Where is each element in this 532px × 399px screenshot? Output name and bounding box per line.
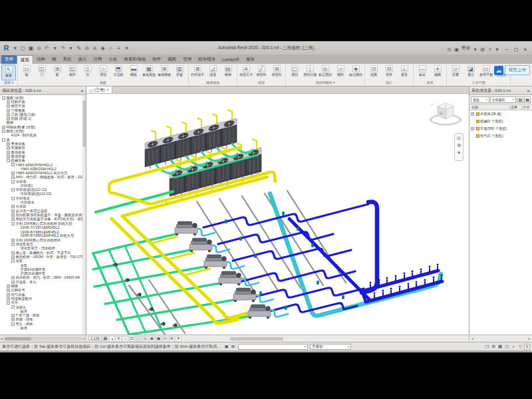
window-button[interactable]: ⊞窗: [50, 65, 65, 80]
view-tab-close-icon[interactable]: ✕: [106, 88, 110, 92]
ref-plane-button[interactable]: ▭参照平面: [479, 65, 493, 80]
navigation-bar[interactable]: ◎⊕▾: [454, 133, 464, 161]
set-workplane-button[interactable]: ▱设置: [448, 65, 463, 80]
show-workplane-button[interactable]: ◪显示: [464, 65, 478, 80]
ribbon-tab-3[interactable]: 钢: [49, 55, 60, 64]
tree-expander[interactable]: −: [11, 323, 15, 326]
filter-icon[interactable]: ▽: [517, 344, 523, 350]
revit-logo[interactable]: R: [2, 44, 11, 53]
maximize-button[interactable]: ▢: [511, 45, 521, 54]
model-3d-view[interactable]: [86, 94, 469, 334]
shadows-icon[interactable]: ◔: [122, 336, 128, 342]
reveal-hidden-icon[interactable]: ◉: [149, 336, 155, 342]
tree-expander[interactable]: −: [2, 138, 5, 142]
system-row-1[interactable]: +机械(0 个系统): [469, 118, 532, 125]
modify-icon[interactable]: ✎: [75, 44, 82, 53]
open-icon[interactable]: ◻: [19, 44, 27, 53]
ribbon-tab-6[interactable]: 注释: [90, 55, 106, 64]
crop-region-icon[interactable]: ◻: [136, 336, 142, 342]
tree-expander[interactable]: +: [11, 255, 15, 259]
ceiling-button[interactable]: ⬒天花板: [111, 65, 126, 80]
analytical-model-icon[interactable]: ⊘: [162, 336, 168, 342]
redo-icon[interactable]: ↷: [59, 44, 66, 53]
tree-expander[interactable]: −: [11, 197, 15, 200]
design-option-select[interactable]: 主模型▾: [310, 344, 351, 350]
editable-only-icon[interactable]: ◳: [484, 344, 490, 350]
system-filter-select[interactable]: 系统▾: [471, 96, 489, 103]
drawing-area[interactable]: ◱ {三维} ✕: [86, 86, 469, 334]
sync-icon[interactable]: ⊙: [35, 44, 43, 53]
vertical-opening-button[interactable]: ⊥垂直: [397, 65, 412, 80]
zoom-tool-icon[interactable]: ⊕: [457, 142, 462, 148]
tree-expander[interactable]: −: [2, 130, 5, 133]
shaft-button[interactable]: ⊟竖井: [382, 65, 396, 80]
tree-expander[interactable]: +: [7, 151, 10, 154]
ribbon-tab-13[interactable]: Lumion®: [219, 55, 243, 64]
curtain-system-button[interactable]: ▦幕墙系统: [142, 65, 156, 80]
tree-expander[interactable]: +: [7, 142, 10, 146]
thin-lines-icon[interactable]: ≡: [115, 44, 122, 53]
system-row-expander[interactable]: +: [471, 127, 474, 130]
model-text-button[interactable]: A模型文字: [239, 65, 253, 80]
opening-by-face-button[interactable]: ⊡按面: [366, 65, 381, 80]
component-button[interactable]: ◱构件: [65, 65, 80, 80]
level-button[interactable]: —标高: [415, 65, 430, 80]
ribbon-tab-1[interactable]: 建筑: [17, 55, 33, 64]
browser-hscrollbar[interactable]: ◂ ▸: [0, 335, 86, 342]
worksets-icon[interactable]: ▣: [223, 344, 229, 350]
system-row-expander[interactable]: +: [471, 112, 474, 116]
view-scale[interactable]: 1:100: [88, 336, 102, 341]
tree-expander[interactable]: +: [11, 209, 15, 213]
system-row-3[interactable]: +电气(0 个系统): [469, 132, 532, 140]
text-icon[interactable]: A: [91, 44, 98, 53]
canvas-hscrollbar[interactable]: [184, 335, 469, 342]
tree-expander[interactable]: +: [2, 126, 5, 129]
tree-expander[interactable]: −: [11, 305, 15, 309]
chilled-water-green-pipes[interactable]: [93, 234, 249, 334]
grid-button[interactable]: #轴网: [430, 65, 445, 80]
stair-button[interactable]: ▤楼梯: [221, 65, 235, 80]
user-icon[interactable]: ◉: [453, 45, 460, 54]
room-button[interactable]: ▢房间: [287, 65, 302, 80]
tree-scrollbar[interactable]: [82, 95, 86, 334]
tree-expander[interactable]: +: [7, 297, 10, 301]
tree-expander[interactable]: −: [7, 301, 10, 305]
minimize-button[interactable]: ─: [502, 45, 511, 54]
app-store-icon[interactable]: ⊞: [479, 45, 486, 54]
tree-expander[interactable]: +: [11, 205, 15, 208]
undo-icon[interactable]: ↶: [43, 44, 51, 53]
help-icon[interactable]: ?: [486, 45, 493, 54]
tree-expander[interactable]: +: [11, 213, 15, 217]
tree-expander[interactable]: +: [11, 251, 15, 255]
railing-button[interactable]: ≣栏杆扶手: [190, 65, 205, 80]
wall-button[interactable]: ▭墙: [19, 65, 34, 80]
tree-expander[interactable]: +: [11, 217, 15, 221]
ribbon-tab-7[interactable]: 分析: [106, 55, 121, 64]
ribbon-tab-10[interactable]: 视图: [164, 55, 180, 64]
close-icon[interactable]: ✕: [527, 88, 530, 93]
app-menu-arrow[interactable]: ▾: [11, 44, 19, 53]
select-links-icon[interactable]: ⊞: [491, 344, 497, 350]
more-tools-arrow[interactable]: ▾: [176, 336, 182, 342]
select-underlay-icon[interactable]: ▦: [497, 344, 503, 350]
constraints-icon[interactable]: ⊕: [169, 336, 175, 342]
close-button[interactable]: ✕: [521, 45, 530, 54]
tree-expander[interactable]: +: [7, 155, 10, 158]
ribbon-tab-0[interactable]: 文件: [1, 55, 17, 64]
default-3d-view-icon[interactable]: ⌂: [107, 44, 114, 53]
panel-hscrollbar[interactable]: ◂▸: [469, 335, 532, 342]
tree-expander[interactable]: +: [11, 281, 15, 284]
close-icon[interactable]: ✕: [80, 88, 84, 93]
ribbon-tab-9[interactable]: 协作: [149, 55, 164, 64]
tree-expander[interactable]: +: [11, 314, 15, 317]
crop-view-icon[interactable]: ⊡: [129, 336, 135, 342]
tree-item-19[interactable]: +AHU - 组合式 - 两端盖板 - 卧式 - 标准 - 2000 - 10.…: [0, 176, 86, 180]
autofit-columns-icon[interactable]: ▥: [517, 96, 523, 103]
viewcube[interactable]: 上 前 ⌂: [429, 100, 462, 128]
tree-expander[interactable]: +: [7, 146, 10, 150]
room-separator-button[interactable]: ¦房间分隔: [303, 65, 317, 80]
section-icon[interactable]: ⊘: [83, 44, 90, 53]
tree-expander[interactable]: +: [7, 285, 10, 288]
tree-expander[interactable]: +: [7, 104, 10, 108]
undo-arrow[interactable]: ▾: [51, 44, 59, 53]
